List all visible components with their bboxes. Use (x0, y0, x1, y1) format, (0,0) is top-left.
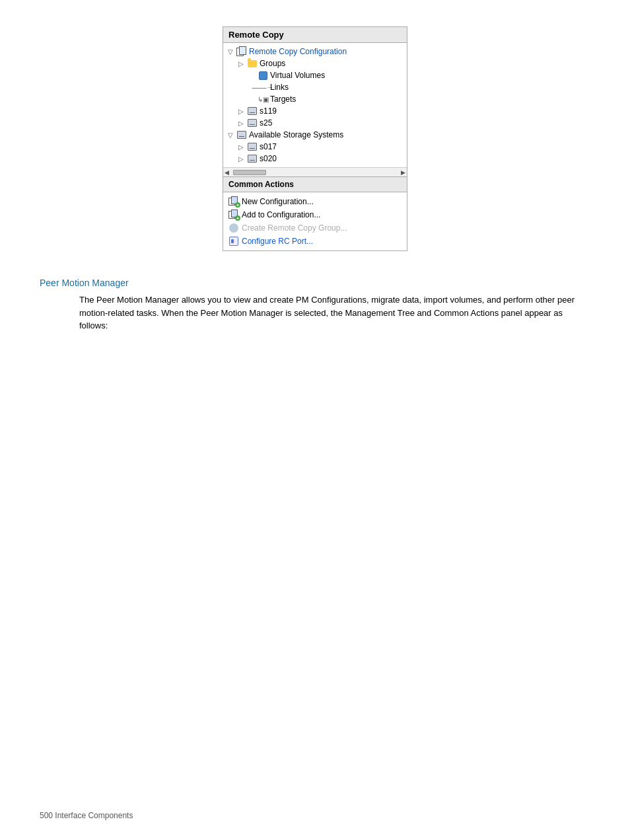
expander-s119[interactable]: ▷ (236, 106, 246, 116)
tree-label-s25: s25 (260, 118, 272, 128)
tree-label-s017: s017 (260, 142, 277, 151)
scroll-right-button[interactable]: ▶ (401, 169, 405, 176)
expander-s017[interactable]: ▷ (236, 142, 246, 151)
tree-label-virt-volumes: Virtual Volumes (270, 71, 325, 80)
content-section: Peer Motion Manager The Peer Motion Mana… (40, 271, 590, 339)
action-new-config[interactable]: + New Configuration... (223, 195, 407, 208)
tree-label-s020: s020 (260, 154, 277, 163)
volumes-icon (258, 70, 268, 81)
tree-item-targets[interactable]: ↳▣ Targets (223, 93, 407, 105)
groups-icon (247, 58, 258, 69)
tree-label-targets: Targets (270, 95, 296, 104)
add-config-icon: + (228, 210, 239, 220)
actions-title: Common Actions (223, 176, 407, 192)
scroll-left-button[interactable]: ◀ (225, 169, 229, 176)
expander-targets (247, 95, 256, 104)
new-config-label: New Configuration... (242, 197, 314, 206)
section-body: The Peer Motion Manager allows you to vi… (40, 293, 590, 332)
tree-item-s119[interactable]: ▷ s119 (223, 105, 407, 117)
configure-port-label: Configure RC Port... (242, 237, 313, 246)
section-paragraph: The Peer Motion Manager allows you to vi… (79, 293, 590, 332)
s25-icon (247, 118, 258, 128)
s017-icon (247, 141, 258, 152)
panel-container: Remote Copy ▽ Remote Copy Configuration … (40, 26, 590, 251)
section-heading: Peer Motion Manager (40, 278, 590, 288)
expander-rc-config[interactable]: ▽ (226, 47, 235, 56)
expander-groups[interactable]: ▷ (236, 59, 246, 68)
s119-icon (247, 106, 258, 116)
actions-body: + New Configuration... + Add to Configur… (223, 192, 407, 250)
expander-s25[interactable]: ▷ (236, 118, 246, 128)
avail-storage-icon (236, 130, 247, 140)
create-group-label: Create Remote Copy Group... (242, 223, 347, 233)
action-create-group[interactable]: Create Remote Copy Group... (223, 221, 407, 235)
tree-item-virt-volumes[interactable]: Virtual Volumes (223, 69, 407, 81)
tree-label-rc-config[interactable]: Remote Copy Configuration (249, 47, 347, 56)
tree-label-groups: Groups (260, 59, 285, 68)
action-configure-port[interactable]: Configure RC Port... (223, 235, 407, 248)
panel-title: Remote Copy (223, 27, 407, 43)
add-config-label: Add to Configuration... (242, 210, 320, 219)
action-add-config[interactable]: + Add to Configuration... (223, 208, 407, 221)
tree-item-avail-storage[interactable]: ▽ Available Storage Systems (223, 129, 407, 141)
tree-label-links: Links (270, 83, 289, 92)
tree-panel: Remote Copy ▽ Remote Copy Configuration … (223, 26, 407, 251)
tree-label-s119: s119 (260, 106, 277, 116)
tree-item-links[interactable]: ——→ Links (223, 81, 407, 93)
scroll-thumb[interactable] (233, 170, 266, 175)
configure-port-icon (228, 236, 239, 247)
tree-item-s25[interactable]: ▷ s25 (223, 117, 407, 129)
tree-item-s017[interactable]: ▷ s017 (223, 141, 407, 153)
new-config-icon: + (228, 196, 239, 207)
expander-s020[interactable]: ▷ (236, 154, 246, 163)
tree-item-groups[interactable]: ▷ Groups (223, 57, 407, 69)
expander-avail-storage[interactable]: ▽ (226, 130, 235, 139)
page-footer: 500 Interface Components (40, 811, 133, 820)
rc-config-icon (236, 46, 247, 57)
tree-item-s020[interactable]: ▷ s020 (223, 153, 407, 165)
tree-body: ▽ Remote Copy Configuration ▷ Groups (223, 43, 407, 167)
create-group-icon (228, 223, 239, 233)
tree-item-rc-config[interactable]: ▽ Remote Copy Configuration (223, 46, 407, 57)
s020-icon (247, 153, 258, 164)
expander-virt-volumes (247, 71, 256, 80)
horizontal-scrollbar[interactable]: ◀ ▶ (223, 167, 407, 176)
footer-text: 500 Interface Components (40, 811, 133, 820)
targets-icon: ↳▣ (258, 94, 268, 104)
tree-label-avail-storage: Available Storage Systems (249, 130, 343, 139)
links-icon: ——→ (258, 82, 268, 93)
